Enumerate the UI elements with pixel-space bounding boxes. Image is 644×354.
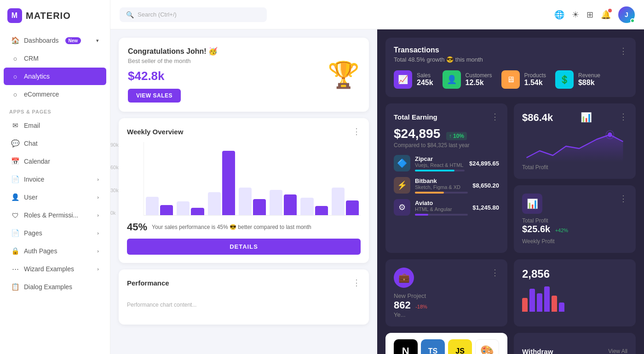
sidebar-item-dialog[interactable]: 📋 Dialog Examples bbox=[4, 278, 106, 296]
new-project-label: New Project bbox=[394, 292, 499, 299]
weekly-profit-icon: 📊 bbox=[522, 194, 542, 214]
figma-logo: 🎨 bbox=[475, 339, 499, 354]
javascript-logo: JS bbox=[448, 339, 472, 354]
bar-dark bbox=[284, 194, 297, 215]
theme-icon[interactable]: ☀ bbox=[572, 10, 579, 20]
sidebar: M MATERIO 🏠 Dashboards New ▾ ○ CRM ○ Ana… bbox=[0, 0, 110, 354]
stat-revenue: 💲 Revenue $88k bbox=[555, 70, 600, 89]
bitbank-progress bbox=[415, 192, 444, 194]
count-value: 2,856 bbox=[522, 268, 627, 280]
pages-icon: 📄 bbox=[11, 229, 19, 237]
transactions-card: Transactions Total 48.5% growth 😎 this m… bbox=[385, 38, 636, 97]
sidebar-item-invoice[interactable]: 📄 Invoice › bbox=[4, 171, 106, 188]
circle-icon: ○ bbox=[11, 72, 19, 80]
earning-more-icon[interactable]: ⋮ bbox=[491, 112, 499, 122]
sidebar-item-user[interactable]: 👤 User › bbox=[4, 188, 106, 206]
sidebar-item-email[interactable]: ✉ Email bbox=[4, 117, 106, 134]
chevron-down-icon: ▾ bbox=[96, 38, 99, 44]
np-more-icon[interactable]: ⋮ bbox=[491, 268, 499, 278]
performance-more-icon[interactable]: ⋮ bbox=[352, 278, 361, 288]
mini-bar bbox=[552, 296, 557, 312]
dashboards-label: Dashboards bbox=[24, 37, 59, 44]
circle-icon: ○ bbox=[11, 90, 19, 98]
bar-group bbox=[208, 151, 235, 215]
bar-dark bbox=[160, 205, 173, 215]
weekly-profit-more-icon[interactable]: ⋮ bbox=[619, 194, 627, 214]
aviato-icon: ⚙ bbox=[394, 199, 410, 216]
sidebar-item-auth[interactable]: 🔒 Auth Pages › bbox=[4, 242, 106, 260]
sidebar-item-dashboards[interactable]: 🏠 Dashboards New ▾ bbox=[4, 32, 106, 49]
crm-label: CRM bbox=[24, 55, 39, 62]
details-button[interactable]: DETAILS bbox=[127, 239, 361, 255]
weekly-profit-card: 📊 ⋮ Total Profit $25.6k +42% Weekly Prof… bbox=[514, 185, 636, 253]
zipcar-name: Zipcar bbox=[415, 155, 465, 162]
transactions-more-icon[interactable]: ⋮ bbox=[619, 46, 627, 56]
middle-row: Total Earning ⋮ $24,895 ↑ 10% Compared t… bbox=[385, 103, 636, 253]
withdraw-view-all[interactable]: View All bbox=[608, 348, 627, 354]
stat-customers-info: Customers 12.5k bbox=[466, 72, 492, 87]
new-project-icon: 💼 bbox=[394, 268, 414, 288]
earning-badge: ↑ 10% bbox=[446, 132, 467, 140]
bar-light bbox=[300, 198, 313, 215]
user-avatar[interactable]: J bbox=[618, 6, 635, 23]
weekly-percent: 45% bbox=[127, 221, 147, 233]
weekly-overview-card: Weekly Overview ⋮ 90k 60k 30k 0k bbox=[119, 118, 369, 263]
np-value-row: 862 -18% bbox=[394, 299, 499, 311]
chevron-right-icon: › bbox=[97, 230, 99, 236]
notification-badge bbox=[608, 9, 612, 12]
transactions-header: Transactions Total 48.5% growth 😎 this m… bbox=[394, 46, 627, 63]
stat-revenue-info: Revenue $88k bbox=[578, 72, 600, 87]
bitbank-progress-wrap bbox=[415, 192, 468, 194]
bitbank-tech: Sketch, Figma & XD bbox=[415, 184, 468, 190]
grid-icon[interactable]: ⊞ bbox=[586, 10, 593, 20]
sidebar-item-crm[interactable]: ○ CRM bbox=[4, 50, 106, 67]
more-options-icon[interactable]: ⋮ bbox=[352, 126, 361, 137]
chart-y-labels: 90k 60k 30k 0k bbox=[110, 142, 119, 216]
invoice-label: Invoice bbox=[24, 176, 44, 183]
trophy-icon: 🏆 bbox=[328, 62, 360, 88]
aviato-progress bbox=[415, 214, 428, 216]
profit-amount: $86.4k bbox=[522, 112, 553, 124]
bar-group bbox=[300, 198, 328, 215]
earning-item-zipcar: 🔷 Zipcar Vuejs, React & HTML $24,895.65 bbox=[394, 155, 499, 171]
profit-more-icon[interactable]: ⋮ bbox=[619, 112, 627, 122]
sidebar-item-chat[interactable]: 💬 Chat bbox=[4, 135, 106, 152]
sidebar-item-calendar[interactable]: 📅 Calendar bbox=[4, 153, 106, 170]
performance-title: Performance bbox=[127, 279, 169, 287]
sidebar-item-pages[interactable]: 📄 Pages › bbox=[4, 224, 106, 242]
bottom-right-row: 💼 ⋮ New Project 862 -18% Ye... 2,856 bbox=[385, 259, 636, 326]
typescript-logo: TS bbox=[421, 339, 445, 354]
customers-icon: 👤 bbox=[443, 70, 461, 89]
weekly-profit-sublabel: Weekly Profit bbox=[522, 238, 627, 245]
performance-header: Performance ⋮ bbox=[127, 278, 361, 288]
total-earning-card: Total Earning ⋮ $24,895 ↑ 10% Compared t… bbox=[385, 103, 507, 253]
earning-header: Total Earning ⋮ bbox=[394, 112, 499, 122]
right-stats-column: $86.4k 📊 ⋮ bbox=[514, 103, 636, 253]
online-status bbox=[630, 18, 635, 23]
mini-bar bbox=[544, 286, 550, 312]
mini-bar bbox=[537, 293, 542, 312]
bar-group bbox=[146, 197, 173, 215]
weekly-chart bbox=[144, 142, 361, 216]
search-box[interactable]: 🔍 Search (Ctrl+/) bbox=[120, 7, 267, 22]
withdraw-title: Withdraw bbox=[522, 348, 553, 354]
bar-dark bbox=[222, 151, 235, 215]
notification-icon[interactable]: 🔔 bbox=[601, 10, 611, 20]
zipcar-amount: $24,895.65 bbox=[469, 160, 499, 167]
logo-icon: M bbox=[7, 8, 22, 23]
sidebar-item-roles[interactable]: 🛡 Roles & Permissi... › bbox=[4, 206, 106, 224]
zipcar-info: Zipcar Vuejs, React & HTML bbox=[415, 155, 465, 171]
congrats-amount: $42.8k bbox=[128, 69, 218, 83]
bar-light bbox=[239, 188, 252, 215]
view-sales-button[interactable]: VIEW SALES bbox=[128, 89, 181, 103]
sidebar-item-analytics[interactable]: ○ Analytics bbox=[4, 68, 106, 85]
bitbank-amount: $8,650.20 bbox=[472, 182, 499, 189]
sidebar-item-ecommerce[interactable]: ○ eCommerce bbox=[4, 86, 106, 103]
translate-icon[interactable]: 🌐 bbox=[554, 10, 564, 20]
chevron-right-icon: › bbox=[97, 177, 99, 182]
zipcar-tech: Vuejs, React & HTML bbox=[415, 162, 465, 168]
earning-item-aviato: ⚙ Aviato HTML & Angular $1,245.80 bbox=[394, 199, 499, 216]
performance-card: Performance ⋮ Performance chart content.… bbox=[119, 269, 369, 325]
sidebar-item-wizard[interactable]: ⋯ Wizard Examples › bbox=[4, 260, 106, 278]
chevron-right-icon: › bbox=[97, 212, 99, 218]
